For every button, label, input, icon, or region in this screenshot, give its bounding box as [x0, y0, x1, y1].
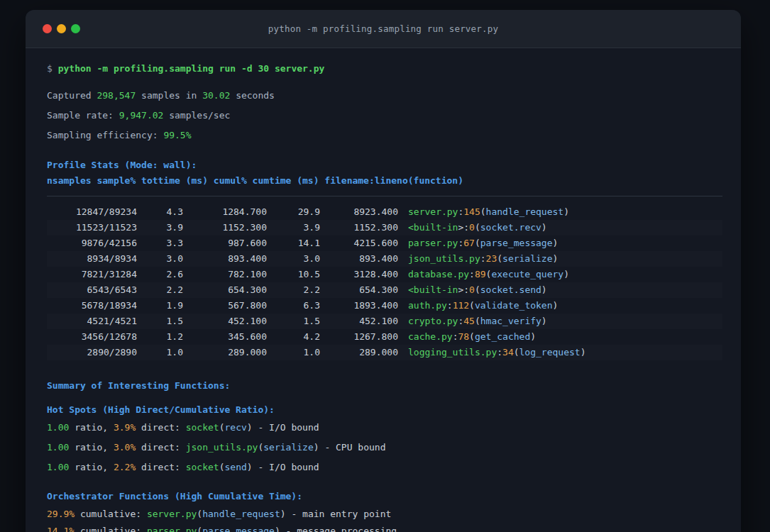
text-segment: cache.py — [408, 331, 453, 342]
hot-spots-heading: Hot Spots (High Direct/Cumulative Ratio)… — [47, 402, 722, 418]
text-segment: Summary of Interesting Functions: — [47, 380, 230, 391]
text-segment: seconds — [230, 90, 275, 101]
stats-function: server.py:145(handle_request) — [408, 206, 569, 217]
stats-cell: 8934/8934 — [47, 251, 137, 267]
hot-spot-line: 1.00 ratio, 2.2% direct: socket(send) - … — [47, 460, 722, 475]
capture-summary-line: Captured 298,547 samples in 30.02 second… — [47, 88, 722, 104]
stats-column-header: nsamples sample% tottime (ms) cumul% cum… — [47, 173, 722, 189]
stats-cell: 452.100 — [320, 314, 398, 329]
text-segment: Orchestrator Functions (High Cumulative … — [47, 491, 302, 501]
text-segment: - I/O bound — [253, 462, 319, 472]
text-segment: ) — [247, 462, 253, 472]
stats-function: json_utils.py:23(serialize) — [408, 253, 558, 264]
text-segment: cumulative: — [75, 509, 147, 519]
text-segment: ( — [475, 316, 480, 326]
orchestrator-line: 14.1% cumulative: parser.py(parse_messag… — [47, 523, 722, 532]
stats-cell: 654.300 — [183, 282, 267, 298]
text-segment: send — [225, 462, 247, 472]
text-segment: 67 — [463, 238, 475, 248]
text-segment: ( — [197, 526, 202, 532]
text-segment: ) — [280, 509, 286, 519]
text-segment: Sample rate: — [47, 110, 119, 121]
text-segment: <built-in — [408, 284, 458, 295]
text-segment: socket.recv — [480, 222, 541, 233]
text-segment: 30.02 — [202, 90, 230, 101]
text-segment: recv — [225, 422, 247, 433]
text-segment: handle_request — [202, 509, 280, 519]
hot-spot-line: 1.00 ratio, 3.0% direct: json_utils.py(s… — [47, 440, 722, 455]
orchestrator-list: 29.9% cumulative: server.py(handle_reque… — [47, 506, 722, 532]
stats-cell: 6543/6543 — [47, 282, 137, 298]
text-segment: parse_message — [202, 526, 275, 532]
title-bar: python -m profiling.sampling run server.… — [26, 10, 741, 48]
stats-cell: 14.1 — [267, 235, 320, 251]
text-segment: 0 — [469, 284, 475, 295]
stats-cell: 1.0 — [267, 345, 320, 360]
stats-function: database.py:89(execute_query) — [408, 269, 569, 279]
text-segment: database.py — [408, 269, 469, 279]
command-line: $ python -m profiling.sampling run -d 30… — [47, 61, 722, 77]
stats-row: 9876/421563.3987.60014.14215.600parser.p… — [47, 235, 722, 251]
text-segment: direct: — [136, 422, 185, 433]
text-segment: ) — [541, 284, 547, 295]
minimize-button[interactable] — [57, 24, 66, 33]
stats-cell: 2.6 — [137, 267, 183, 282]
text-segment: parser.py — [408, 238, 458, 248]
terminal-window: python -m profiling.sampling run server.… — [26, 10, 741, 532]
text-segment: json_utils.py — [186, 442, 258, 453]
text-segment: 78 — [458, 331, 469, 342]
text-segment: 3.0% — [114, 442, 136, 453]
stats-cell: 1284.700 — [183, 204, 267, 220]
close-button[interactable] — [43, 24, 52, 33]
text-segment: ) — [541, 316, 547, 326]
stats-cell: 4521/4521 — [47, 314, 137, 329]
text-segment: 145 — [463, 206, 480, 217]
text-segment: samples in — [136, 90, 202, 101]
text-segment: : — [447, 300, 453, 311]
stats-row: 7821/312842.6782.10010.53128.400database… — [47, 267, 722, 282]
stats-cell: 782.100 — [183, 267, 267, 282]
text-segment: socket — [186, 462, 219, 472]
hot-spot-line: 1.00 ratio, 3.9% direct: socket(recv) - … — [47, 420, 722, 436]
text-segment: server.py — [147, 509, 197, 519]
text-segment: Hot Spots (High Direct/Cumulative Ratio)… — [47, 404, 275, 415]
text-segment: ) — [581, 347, 586, 358]
text-segment: 9,947.02 — [119, 110, 164, 121]
stats-row: 12847/892344.31284.70029.98923.400server… — [47, 204, 722, 220]
stats-divider — [47, 196, 722, 196]
text-segment: log_request — [519, 347, 581, 358]
stats-function: crypto.py:45(hmac_verify) — [408, 316, 547, 326]
text-segment: 45 — [463, 316, 475, 326]
text-segment: : — [469, 269, 475, 279]
stats-cell: 5678/18934 — [47, 298, 137, 314]
text-segment: handle_request — [486, 206, 564, 217]
profile-stats-heading: Profile Stats (Mode: wall): — [47, 157, 722, 173]
stats-cell: 1.0 — [137, 345, 183, 360]
traffic-lights — [43, 10, 80, 48]
zoom-button[interactable] — [71, 24, 80, 33]
stats-cell: 987.600 — [183, 235, 267, 251]
stats-cell: 2.2 — [267, 282, 320, 298]
text-segment: 112 — [453, 300, 469, 311]
text-segment: parse_message — [480, 238, 553, 248]
text-segment: 1.00 — [47, 462, 69, 472]
text-segment: 99.5% — [163, 130, 191, 140]
text-segment: validate_token — [475, 300, 553, 311]
text-segment: execute_query — [491, 269, 563, 279]
stats-function: <built-in>:0(socket.send) — [408, 284, 547, 295]
text-segment: - CPU bound — [319, 442, 386, 453]
text-segment: crypto.py — [408, 316, 458, 326]
text-segment: 1.00 — [47, 442, 69, 453]
stats-cell: 8923.400 — [320, 204, 398, 220]
text-segment: Sampling efficiency: — [47, 130, 163, 140]
stats-cell: 3128.400 — [320, 267, 398, 282]
text-segment: : — [497, 347, 502, 358]
stats-cell: 12847/89234 — [47, 204, 137, 220]
stats-table: 12847/892344.31284.70029.98923.400server… — [47, 204, 722, 360]
stats-cell: 9876/42156 — [47, 235, 137, 251]
text-segment: ) — [563, 206, 569, 217]
text-segment: samples/sec — [163, 110, 230, 121]
text-segment: logging_utils.py — [408, 347, 497, 358]
text-segment: - message processing — [280, 526, 397, 532]
text-segment: socket — [186, 422, 219, 433]
